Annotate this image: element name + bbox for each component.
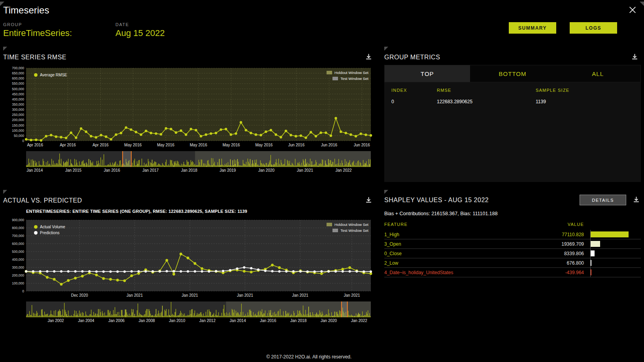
svg-text:Jan 2004: Jan 2004 [78, 318, 94, 323]
avp-window-legend: Holdout Window Set Test Window Set [327, 222, 368, 233]
bias-contributions-text: Bias + Contributions: 216158.367, Bias: … [384, 211, 641, 216]
svg-text:Jan 2021: Jan 2021 [297, 168, 314, 172]
svg-text:Jan 2015: Jan 2015 [65, 168, 82, 172]
svg-text:0: 0 [22, 289, 24, 293]
group-metrics-tabs: TOP BOTTOM ALL [384, 65, 641, 82]
rmse-panel: TIME SERIES RMSE 050,000100,000150,00020… [3, 47, 375, 182]
svg-text:0: 0 [22, 139, 24, 143]
date-label: DATE [115, 22, 165, 27]
details-button[interactable]: DETAILS [580, 195, 626, 205]
shapley-bar [591, 241, 600, 247]
shapley-bar-cell [590, 239, 641, 248]
col-header-index: INDEX [391, 88, 437, 93]
shapley-bar [591, 260, 591, 266]
svg-text:Jan 2012: Jan 2012 [199, 318, 216, 323]
avp-chart: 0100,000200,000300,000400,000500,000600,… [3, 217, 375, 301]
avp-download-button[interactable] [364, 195, 373, 206]
svg-text:Jan 2016: Jan 2016 [260, 318, 277, 323]
svg-text:Jan 2010: Jan 2010 [169, 318, 185, 323]
avp-timeline-navigator[interactable]: Jan 2002Jan 2004Jan 2006Jan 2008Jan 2010… [3, 301, 374, 324]
feature-name: 2_Low [384, 260, 540, 266]
svg-text:500,000: 500,000 [12, 250, 24, 254]
svg-text:Jan 2021: Jan 2021 [182, 293, 198, 298]
shapley-bar-cell [590, 268, 641, 277]
rmse-timeline-navigator[interactable]: Jan 2014Jan 2015Jan 2016Jan 2017Jan 2018… [3, 150, 374, 173]
svg-text:250,000: 250,000 [12, 113, 24, 117]
feature-value: 8339.806 [540, 251, 585, 256]
rmse-window-legend: Holdout Window Set Test Window Set [327, 70, 368, 81]
svg-text:Jan 2021: Jan 2021 [344, 293, 360, 298]
svg-text:Jun 2016: Jun 2016 [354, 143, 370, 147]
logs-button[interactable]: LOGS [570, 22, 617, 34]
date-value: Aug 15 2022 [115, 28, 165, 38]
svg-text:Jan 2020: Jan 2020 [258, 168, 275, 172]
rmse-download-button[interactable] [364, 52, 373, 63]
header-row: GROUP EntireTimeSeries: DATE Aug 15 2022… [0, 20, 644, 44]
average-rmse-legend-label: Average RMSE [40, 73, 67, 77]
svg-text:Jan 2018: Jan 2018 [290, 318, 307, 323]
feature-value: 19369.709 [540, 241, 585, 247]
holdout-legend-label: Holdout Window Set [334, 70, 368, 75]
shapley-bar-cell [590, 249, 641, 258]
svg-text:500,000: 500,000 [12, 87, 24, 91]
test-swatch-icon [332, 77, 338, 80]
average-rmse-dot-icon [34, 73, 38, 77]
svg-text:Jan 2002: Jan 2002 [47, 318, 64, 323]
close-icon [628, 9, 637, 15]
svg-text:100,000: 100,000 [12, 281, 24, 285]
shapley-bar [591, 269, 591, 275]
table-row[interactable]: 122683.2890625 [437, 99, 536, 104]
shapley-row: 3_Open 19369.709 [384, 239, 641, 249]
feature-name: 3_Open [384, 241, 540, 247]
avp-legend: Actual Volume Predictions [34, 225, 65, 235]
svg-text:700,000: 700,000 [12, 66, 24, 70]
svg-text:600,000: 600,000 [12, 76, 24, 80]
svg-text:200,000: 200,000 [12, 118, 24, 122]
col-header-sample-size: SAMPLE SIZE [536, 88, 641, 93]
svg-text:Jan 2022: Jan 2022 [351, 318, 368, 323]
close-button[interactable] [627, 5, 638, 16]
svg-text:100,000: 100,000 [12, 129, 24, 133]
tab-all[interactable]: ALL [555, 65, 640, 82]
shapley-column-headers: FEATURE VALUE [384, 222, 641, 230]
download-icon [633, 199, 640, 205]
tab-bottom[interactable]: BOTTOM [470, 65, 555, 82]
svg-text:Apr 2016: Apr 2016 [60, 143, 76, 147]
test-legend-label: Test Window Set [340, 76, 368, 81]
summary-button[interactable]: SUMMARY [509, 22, 556, 34]
svg-text:Apr 2016: Apr 2016 [27, 143, 43, 147]
table-row[interactable]: 0 [391, 99, 437, 104]
tab-top[interactable]: TOP [385, 65, 470, 82]
shapley-panel: SHAPLEY VALUES - AUG 15 2022 DETAILS Bia… [384, 190, 641, 325]
svg-text:May 2016: May 2016 [223, 143, 240, 147]
svg-text:300,000: 300,000 [12, 108, 24, 112]
svg-text:Jan 2006: Jan 2006 [108, 318, 125, 323]
actual-volume-legend-label: Actual Volume [40, 225, 65, 229]
table-row[interactable]: 1139 [536, 99, 641, 104]
holdout-swatch-icon [327, 223, 332, 226]
rmse-legend: Average RMSE [34, 73, 67, 77]
svg-text:600,000: 600,000 [12, 242, 24, 246]
shapley-bar-cell [590, 230, 641, 239]
group-label: GROUP [3, 22, 72, 27]
svg-text:Jan 2021: Jan 2021 [127, 293, 143, 298]
rmse-chart: 050,000100,000150,000200,000250,000300,0… [3, 65, 375, 150]
svg-text:800,000: 800,000 [12, 226, 24, 230]
holdout-legend-label: Holdout Window Set [334, 222, 368, 227]
svg-text:Jan 2019: Jan 2019 [220, 168, 236, 172]
svg-text:550,000: 550,000 [12, 81, 24, 85]
shapley-bar [591, 250, 595, 256]
svg-text:Jun 2016: Jun 2016 [288, 143, 305, 147]
svg-text:450,000: 450,000 [12, 92, 24, 96]
shapley-row: 1_High 77110.828 [384, 230, 641, 239]
page-title: Timeseries [3, 5, 49, 16]
svg-text:Dec 2020: Dec 2020 [71, 293, 88, 298]
group-metrics-download-button[interactable] [630, 52, 639, 63]
rmse-chart-svg: 050,000100,000150,000200,000250,000300,0… [3, 65, 374, 149]
shapley-bar-cell [590, 258, 641, 267]
shapley-download-button[interactable] [632, 195, 641, 205]
col-header-rmse: RMSE [437, 88, 536, 93]
title-bar: Timeseries [0, 0, 644, 20]
svg-text:Jan 2008: Jan 2008 [139, 318, 155, 323]
svg-text:50,000: 50,000 [14, 134, 24, 138]
